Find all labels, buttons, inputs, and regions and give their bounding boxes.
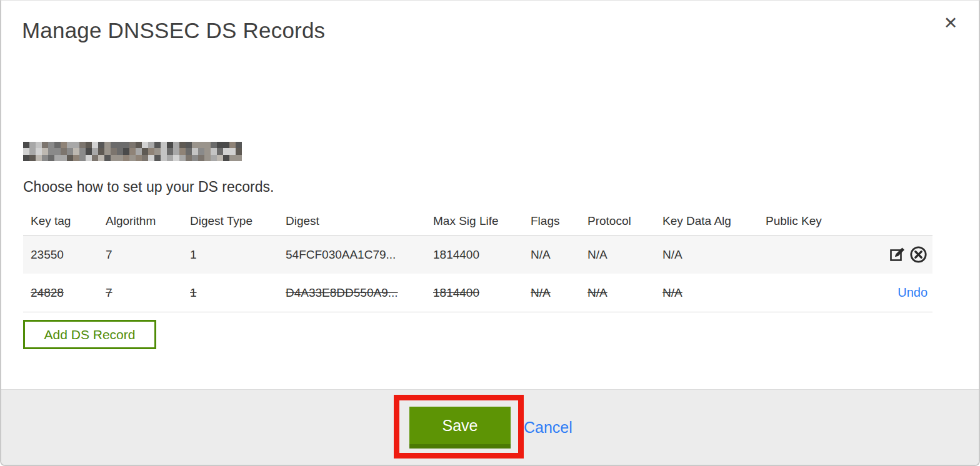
cell-digest-type: 1 [182,286,278,300]
close-icon[interactable]: ✕ [939,12,962,34]
delete-record-icon[interactable] [909,245,928,264]
cell-digest-type: 1 [182,248,278,262]
header-protocol: Protocol [580,214,655,228]
cell-algorithm: 7 [98,248,182,262]
undo-link[interactable]: Undo [898,285,928,300]
header-digest-type: Digest Type [182,214,278,228]
header-public-key: Public Key [758,214,870,228]
cell-key-tag: 24828 [23,286,98,300]
dialog-title: Manage DNSSEC DS Records [22,18,325,43]
cell-algorithm: 7 [98,286,182,300]
header-key-tag: Key tag [23,214,98,228]
cell-key-tag: 23550 [23,248,98,262]
cell-flags: N/A [523,248,580,262]
table-header-row: Key tag Algorithm Digest Type Digest Max… [23,207,932,235]
ds-records-table: Key tag Algorithm Digest Type Digest Max… [23,207,932,312]
save-button[interactable]: Save [409,407,511,449]
manage-dnssec-dialog: Manage DNSSEC DS Records ✕ Choose how to… [0,0,980,466]
pencil-square-icon [889,246,906,263]
row-actions [870,245,932,264]
add-ds-record-button[interactable]: Add DS Record [23,320,156,349]
table-row-deleted: 24828 7 1 D4A33E8DD550A9... 1814400 N/A … [23,274,932,312]
cell-max-sig-life: 1814400 [426,248,523,262]
intro-text: Choose how to set up your DS records. [23,179,274,196]
header-flags: Flags [523,214,580,228]
header-algorithm: Algorithm [98,214,182,228]
header-key-data-alg: Key Data Alg [655,214,758,228]
cell-key-data-alg: N/A [655,286,758,300]
header-max-sig-life: Max Sig Life [426,214,523,228]
x-circle-icon [909,245,928,264]
cell-protocol: N/A [580,248,655,262]
edit-record-icon[interactable] [888,245,907,264]
cell-protocol: N/A [580,286,655,300]
table-row: 23550 7 1 54FCF030AA1C79... 1814400 N/A … [23,235,932,274]
cancel-link[interactable]: Cancel [524,419,572,437]
header-digest: Digest [278,214,426,228]
dialog-footer: Save Cancel [1,389,979,466]
redacted-domain-name [23,142,242,161]
row-actions: Undo [870,285,932,300]
cell-digest: D4A33E8DD550A9... [278,286,426,300]
cell-max-sig-life: 1814400 [426,286,523,300]
cell-flags: N/A [523,286,580,300]
cell-digest: 54FCF030AA1C79... [278,248,426,262]
cell-key-data-alg: N/A [655,248,758,262]
